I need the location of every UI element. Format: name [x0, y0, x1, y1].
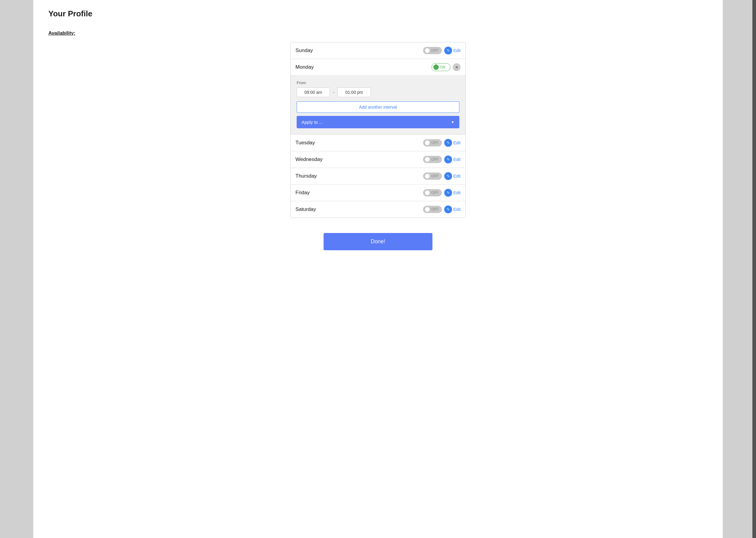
friday-toggle[interactable]: OFF: [423, 189, 442, 196]
friday-controls: OFF ✎ Edit: [423, 189, 460, 197]
sunday-controls: OFF ✎ Edit: [423, 47, 460, 54]
thursday-label: Thursday: [296, 173, 423, 179]
thursday-toggle-circle: [425, 173, 430, 179]
monday-expanded-panel: From - Add another interval Apply to ...…: [291, 76, 465, 134]
sunday-toggle-circle: [425, 48, 430, 53]
apply-to-label: Apply to ...: [302, 120, 323, 125]
main-content: Your Profile Availability: Sunday OFF ✎ …: [33, 0, 723, 538]
time-row: -: [297, 87, 459, 97]
sunday-edit-button[interactable]: ✎ Edit: [444, 47, 460, 54]
thursday-controls: OFF ✎ Edit: [423, 172, 460, 180]
saturday-toggle-label: OFF: [431, 207, 439, 211]
done-button[interactable]: Done!: [324, 233, 432, 250]
availability-table: Sunday OFF ✎ Edit Monday: [290, 42, 466, 218]
saturday-row: Saturday OFF ✎ Edit: [291, 201, 465, 218]
tuesday-edit-icon: ✎: [444, 139, 452, 147]
wednesday-toggle-label: OFF: [431, 157, 439, 162]
done-section: Done!: [48, 233, 708, 250]
wednesday-row: Wednesday OFF ✎ Edit: [291, 151, 465, 168]
left-side-panel: [0, 0, 33, 538]
add-interval-button[interactable]: Add another interval: [297, 101, 459, 113]
saturday-edit-label: Edit: [453, 207, 460, 212]
sunday-row: Sunday OFF ✎ Edit: [291, 42, 465, 59]
monday-toggle[interactable]: ON: [432, 63, 450, 71]
monday-label: Monday: [296, 64, 432, 70]
apply-to-button[interactable]: Apply to ... ▼: [297, 116, 459, 128]
wednesday-toggle-circle: [425, 157, 430, 162]
thursday-edit-label: Edit: [453, 174, 460, 179]
thursday-toggle-label: OFF: [431, 174, 439, 178]
right-side-panel: [723, 0, 756, 538]
wednesday-toggle[interactable]: OFF: [423, 156, 442, 163]
saturday-edit-icon: ✎: [444, 205, 452, 213]
tuesday-toggle-circle: [425, 140, 430, 145]
tuesday-controls: OFF ✎ Edit: [423, 139, 460, 147]
sunday-edit-icon: ✎: [444, 47, 452, 54]
friday-row: Friday OFF ✎ Edit: [291, 185, 465, 201]
wednesday-edit-button[interactable]: ✎ Edit: [444, 155, 460, 163]
friday-edit-button[interactable]: ✎ Edit: [444, 189, 460, 197]
friday-edit-icon: ✎: [444, 189, 452, 197]
monday-row: Monday ON ✕: [291, 59, 465, 76]
monday-toggle-circle: [433, 65, 439, 70]
tuesday-toggle[interactable]: OFF: [423, 139, 442, 146]
section-title: Availability:: [48, 30, 708, 36]
saturday-edit-button[interactable]: ✎ Edit: [444, 205, 460, 213]
tuesday-row: Tuesday OFF ✎ Edit: [291, 134, 465, 151]
wednesday-controls: OFF ✎ Edit: [423, 155, 460, 163]
apply-to-arrow-icon: ▼: [451, 120, 454, 124]
wednesday-edit-label: Edit: [453, 157, 460, 162]
monday-close-button[interactable]: ✕: [453, 63, 460, 71]
saturday-toggle-circle: [425, 207, 430, 212]
wednesday-edit-icon: ✎: [444, 155, 452, 163]
saturday-controls: OFF ✎ Edit: [423, 205, 460, 213]
sunday-edit-label: Edit: [453, 48, 460, 53]
monday-toggle-label: ON: [440, 65, 446, 69]
friday-edit-label: Edit: [453, 190, 460, 195]
sunday-label: Sunday: [296, 47, 423, 54]
thursday-edit-button[interactable]: ✎ Edit: [444, 172, 460, 180]
sunday-toggle-label: OFF: [431, 48, 439, 53]
from-label: From: [297, 81, 459, 85]
time-from-input[interactable]: [297, 87, 330, 97]
page-title: Your Profile: [48, 9, 708, 19]
thursday-edit-icon: ✎: [444, 172, 452, 180]
friday-toggle-label: OFF: [431, 190, 439, 195]
tuesday-toggle-label: OFF: [431, 141, 439, 145]
tuesday-edit-button[interactable]: ✎ Edit: [444, 139, 460, 147]
time-to-input[interactable]: [338, 87, 371, 97]
friday-toggle-circle: [425, 190, 430, 195]
time-dash: -: [333, 89, 334, 95]
thursday-row: Thursday OFF ✎ Edit: [291, 168, 465, 185]
outer-wrapper: Your Profile Availability: Sunday OFF ✎ …: [0, 0, 756, 538]
saturday-label: Saturday: [296, 206, 423, 212]
saturday-toggle[interactable]: OFF: [423, 206, 442, 213]
monday-controls: ON ✕: [432, 63, 460, 71]
tuesday-edit-label: Edit: [453, 140, 460, 145]
wednesday-label: Wednesday: [296, 156, 423, 162]
tuesday-label: Tuesday: [296, 140, 423, 146]
sunday-toggle[interactable]: OFF: [423, 47, 442, 54]
thursday-toggle[interactable]: OFF: [423, 173, 442, 180]
friday-label: Friday: [296, 190, 423, 196]
